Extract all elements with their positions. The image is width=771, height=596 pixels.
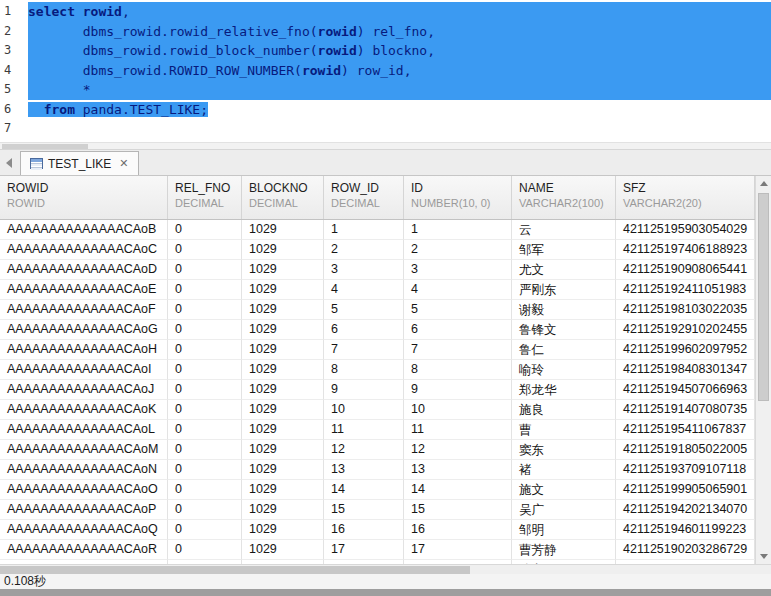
cell[interactable]: AAAAAAAAAAAAAACAoF <box>0 300 168 320</box>
cell[interactable]: AAAAAAAAAAAAAACAoO <box>0 480 168 500</box>
code-line[interactable]: dbms_rowid.rowid_relative_fno(rowid) rel… <box>28 22 771 42</box>
cell[interactable]: 421125195903054029 <box>616 220 755 240</box>
cell[interactable]: 谢毅 <box>512 300 616 320</box>
cell[interactable]: 1029 <box>242 540 324 560</box>
cell[interactable]: 421125194507066963 <box>616 380 755 400</box>
cell[interactable]: 421125195411067837 <box>616 420 755 440</box>
cell[interactable]: AAAAAAAAAAAAAACAoE <box>0 280 168 300</box>
cell[interactable]: 窦东 <box>512 440 616 460</box>
cell[interactable]: AAAAAAAAAAAAAACAoK <box>0 400 168 420</box>
editor-line[interactable]: 1select rowid, <box>0 2 771 22</box>
cell[interactable]: 9 <box>324 380 404 400</box>
cell[interactable]: AAAAAAAAAAAAAACAoI <box>0 360 168 380</box>
cell[interactable]: 施良 <box>512 400 616 420</box>
cell[interactable]: 褚 <box>512 460 616 480</box>
cell[interactable]: 1 <box>324 220 404 240</box>
cell[interactable]: AAAAAAAAAAAAAACAoH <box>0 340 168 360</box>
cell[interactable]: 严刚东 <box>512 280 616 300</box>
cell[interactable]: AAAAAAAAAAAAAACAoB <box>0 220 168 240</box>
cell[interactable]: 421125190908065441 <box>616 260 755 280</box>
collapse-left-icon[interactable] <box>6 158 12 168</box>
cell[interactable]: 421125191407080735 <box>616 400 755 420</box>
cell[interactable]: 曹 <box>512 420 616 440</box>
cell[interactable]: 1029 <box>242 420 324 440</box>
cell[interactable]: 4 <box>324 280 404 300</box>
cell[interactable]: 2 <box>404 240 512 260</box>
cell[interactable]: 14 <box>324 480 404 500</box>
code-line[interactable]: dbms_rowid.rowid_block_number(rowid) blo… <box>28 41 771 61</box>
cell[interactable]: 邹明 <box>512 520 616 540</box>
cell[interactable]: 1029 <box>242 380 324 400</box>
cell[interactable]: 3 <box>324 260 404 280</box>
cell[interactable]: 1029 <box>242 220 324 240</box>
cell[interactable]: 4 <box>404 280 512 300</box>
cell[interactable]: 邹军 <box>512 240 616 260</box>
code-line[interactable]: dbms_rowid.ROWID_ROW_NUMBER(rowid) row_i… <box>28 61 771 81</box>
cell[interactable]: AAAAAAAAAAAAAACAoC <box>0 240 168 260</box>
cell[interactable]: 吴广 <box>512 500 616 520</box>
cell[interactable]: 0 <box>168 460 242 480</box>
cell[interactable]: 0 <box>168 320 242 340</box>
cell[interactable]: 421125197406188923 <box>616 240 755 260</box>
cell[interactable]: 6 <box>324 320 404 340</box>
cell[interactable]: 1029 <box>242 340 324 360</box>
column-header-sfz[interactable]: SFZVARCHAR2(20) <box>616 176 755 219</box>
cell[interactable]: 6 <box>404 320 512 340</box>
cell[interactable]: 云 <box>512 220 616 240</box>
editor-line[interactable]: 2 dbms_rowid.rowid_relative_fno(rowid) r… <box>0 22 771 42</box>
editor-line[interactable]: 7 <box>0 119 771 139</box>
code-line[interactable]: from panda.TEST_LIKE; <box>28 100 771 120</box>
scroll-up-icon[interactable] <box>756 176 771 191</box>
cell[interactable]: 7 <box>404 340 512 360</box>
cell[interactable]: 鲁锋文 <box>512 320 616 340</box>
cell[interactable]: 0 <box>168 280 242 300</box>
cell[interactable]: 0 <box>168 360 242 380</box>
cell[interactable]: AAAAAAAAAAAAAACAoQ <box>0 520 168 540</box>
cell[interactable]: 10 <box>324 400 404 420</box>
code-line[interactable]: * <box>28 80 771 100</box>
scroll-down-icon[interactable] <box>756 549 771 564</box>
cell[interactable]: 421125190203286729 <box>616 540 755 560</box>
cell[interactable]: 3 <box>404 260 512 280</box>
cell[interactable]: 15 <box>404 500 512 520</box>
cell[interactable]: 13 <box>404 460 512 480</box>
cell[interactable]: 曹芳静 <box>512 540 616 560</box>
editor-line[interactable]: 6 from panda.TEST_LIKE; <box>0 100 771 120</box>
editor-horizontal-scrollbar[interactable] <box>0 142 771 150</box>
sql-editor[interactable]: 1select rowid,2 dbms_rowid.rowid_relativ… <box>0 0 771 142</box>
cell[interactable]: 7 <box>324 340 404 360</box>
cell[interactable]: 1029 <box>242 320 324 340</box>
cell[interactable]: AAAAAAAAAAAAAACAoJ <box>0 380 168 400</box>
cell[interactable]: 0 <box>168 440 242 460</box>
column-header-name[interactable]: NAMEVARCHAR2(100) <box>512 176 616 219</box>
column-header-rowid[interactable]: ROWIDROWID <box>0 176 168 219</box>
cell[interactable]: AAAAAAAAAAAAAACAoD <box>0 260 168 280</box>
cell[interactable]: 1029 <box>242 520 324 540</box>
cell[interactable]: 1029 <box>242 400 324 420</box>
cell[interactable]: 11 <box>404 420 512 440</box>
cell[interactable]: 1029 <box>242 360 324 380</box>
cell[interactable]: 421125194202134070 <box>616 500 755 520</box>
column-header-blockno[interactable]: BLOCKNODECIMAL <box>242 176 324 219</box>
cell[interactable]: 2 <box>324 240 404 260</box>
cell[interactable]: 421125194601199223 <box>616 520 755 540</box>
cell[interactable]: AAAAAAAAAAAAAACAoR <box>0 540 168 560</box>
cell[interactable]: 0 <box>168 300 242 320</box>
cell[interactable]: 1029 <box>242 300 324 320</box>
editor-line[interactable]: 3 dbms_rowid.rowid_block_number(rowid) b… <box>0 41 771 61</box>
cell[interactable]: 0 <box>168 260 242 280</box>
vertical-scrollbar[interactable] <box>755 176 771 564</box>
cell[interactable]: 16 <box>324 520 404 540</box>
cell[interactable]: 1029 <box>242 440 324 460</box>
cell[interactable]: AAAAAAAAAAAAAACAoG <box>0 320 168 340</box>
cell[interactable]: 8 <box>404 360 512 380</box>
cell[interactable]: 0 <box>168 400 242 420</box>
cell[interactable]: 1029 <box>242 240 324 260</box>
cell[interactable]: 1029 <box>242 480 324 500</box>
cell[interactable]: AAAAAAAAAAAAAACAoN <box>0 460 168 480</box>
cell[interactable]: 1029 <box>242 500 324 520</box>
column-header-id[interactable]: IDNUMBER(10, 0) <box>404 176 512 219</box>
editor-line[interactable]: 5 * <box>0 80 771 100</box>
cell[interactable]: 0 <box>168 500 242 520</box>
cell[interactable]: 尤文 <box>512 260 616 280</box>
